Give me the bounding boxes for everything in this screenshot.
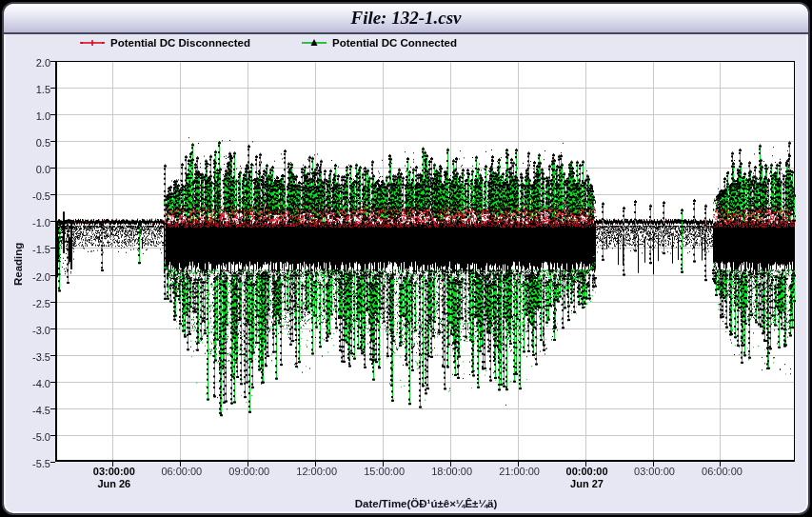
y-tick-label: -5.5 <box>4 458 50 469</box>
x-tick-label: 03:00:00 <box>622 466 688 478</box>
y-tick-label: -5.0 <box>4 431 50 443</box>
legend-item-connected: Potential DC Connected <box>302 37 457 49</box>
y-tick-label: 1.5 <box>4 84 50 95</box>
window-titlebar: File: 132-1.csv <box>4 4 808 34</box>
y-tick-label: -1.0 <box>4 217 50 229</box>
y-tick-label: -0.5 <box>4 190 50 202</box>
legend-label-disconnected: Potential DC Disconnected <box>110 37 250 49</box>
y-tick-label: -1.5 <box>4 244 50 255</box>
y-tick-label: -4.0 <box>4 378 50 389</box>
y-tick-label: 0.5 <box>4 137 50 149</box>
x-tick-label: 12:00:00 <box>284 466 350 478</box>
x-tick-label: 09:00:00 <box>216 466 283 478</box>
x-tick-label: 00:00:00Jun 27 <box>554 466 621 490</box>
y-tick-label: 1.0 <box>4 110 50 122</box>
legend-marker-green-line-icon <box>302 38 327 48</box>
y-tick-label: -4.5 <box>4 405 50 416</box>
x-tick-label: 18:00:00 <box>419 466 485 478</box>
y-tick-label: 0.0 <box>4 164 50 175</box>
x-tick-label: 06:00:00 <box>149 466 215 478</box>
y-tick-label: -2.5 <box>4 298 50 309</box>
chart-canvas[interactable] <box>2 2 810 515</box>
y-tick-label: -3.0 <box>4 325 50 336</box>
legend-item-disconnected: Potential DC Disconnected <box>80 37 250 49</box>
y-axis-title: Reading <box>12 243 24 286</box>
x-tick-label: 15:00:00 <box>351 466 418 478</box>
legend: Potential DC Disconnected Potential DC C… <box>80 37 457 49</box>
chart-window: File: 132-1.csv Potential DC Disconnecte… <box>2 2 810 515</box>
legend-marker-red-line-icon <box>80 38 105 48</box>
legend-label-connected: Potential DC Connected <box>332 37 457 49</box>
x-tick-label: 03:00:00Jun 26 <box>81 466 148 490</box>
x-axis-title: Date/Time(ÖÐ¹ú±ê×¼Ê±¼ä) <box>55 498 797 509</box>
window-title: File: 132-1.csv <box>4 4 808 31</box>
y-tick-label: 2.0 <box>4 57 50 69</box>
x-tick-label: 21:00:00 <box>486 466 553 478</box>
x-tick-label: 06:00:00 <box>688 466 755 478</box>
y-tick-label: -3.5 <box>4 351 50 363</box>
y-tick-label: -2.0 <box>4 271 50 283</box>
